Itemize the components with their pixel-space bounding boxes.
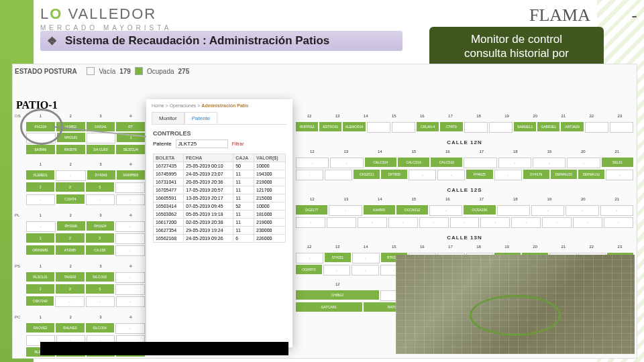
slot-chip[interactable]: - — [26, 194, 55, 205]
slot-chip[interactable]: - — [533, 158, 566, 168]
slot-chip[interactable]: CA.158 — [86, 245, 114, 255]
table-row[interactable]: 1656216824-05-2019 09:266226000 — [154, 235, 286, 243]
slot-chip[interactable] — [26, 133, 56, 143]
slot-chip[interactable]: DY4176 — [523, 170, 549, 179]
slot-chip[interactable]: CALCS16 — [431, 158, 462, 167]
slot-chip[interactable]: - — [358, 217, 387, 228]
table-row[interactable]: 1673104120-05-2019 20:3611219000 — [154, 178, 286, 186]
filter-button[interactable]: Filtrar — [232, 141, 244, 146]
table-row[interactable]: 1674599524-05-2019 23:0711194300 — [154, 170, 286, 178]
slot-chip[interactable]: EK8996 — [26, 145, 55, 154]
slot-chip[interactable]: - — [531, 205, 564, 216]
table-row[interactable]: 1662735429-05-2019 19:2411230000 — [154, 227, 286, 235]
slot-chip[interactable]: - — [600, 205, 633, 216]
slot-chip[interactable]: FH4625 — [466, 170, 492, 179]
slot-chip[interactable]: - — [494, 170, 522, 180]
slot-chip[interactable]: DY4343 — [87, 170, 115, 180]
slot-chip[interactable]: WH2191 — [57, 133, 85, 142]
slot-chip[interactable]: OCCAS12 — [396, 205, 428, 215]
slot-chip[interactable]: SAMUEL1 — [514, 122, 536, 131]
slot-chip[interactable]: ST4151 — [325, 253, 351, 262]
slot-chip[interactable]: - — [437, 170, 465, 180]
slot-chip[interactable] — [367, 122, 390, 133]
table-row[interactable]: 1650341407-05-2019 09:455210000 — [154, 202, 286, 210]
slot-chip[interactable]: 1 — [26, 233, 54, 243]
slot-chip[interactable]: ALEMOR14 — [343, 122, 365, 131]
slot-chip[interactable] — [115, 233, 145, 244]
slot-chip[interactable]: - — [329, 205, 362, 216]
slot-chip[interactable]: - — [115, 245, 145, 256]
slot-chip[interactable]: - — [296, 158, 329, 168]
slot-chip[interactable]: SEL21 — [602, 158, 633, 167]
slot-chip[interactable]: - — [566, 205, 598, 216]
slot-chip[interactable]: TAVE02 — [56, 272, 84, 282]
slot-chip[interactable]: CJ3474 — [56, 194, 84, 204]
slot-chip[interactable]: CH8612 — [296, 290, 379, 300]
slot-chip[interactable]: - — [388, 217, 418, 228]
slot-chip[interactable]: SEJZCU4 — [116, 145, 145, 154]
slot-chip[interactable]: MANP805 — [117, 170, 145, 180]
table-row[interactable]: 1672743525-05-2019 00:105010000 — [154, 162, 286, 170]
slot-chip[interactable]: DP7839 — [381, 170, 407, 179]
slot-chip[interactable] — [497, 205, 530, 216]
slot-chip[interactable]: 3 — [86, 182, 114, 192]
slot-chip[interactable]: - — [409, 170, 436, 180]
slot-chip[interactable]: - — [330, 158, 363, 168]
table-row[interactable]: 1660559113-05-2019 20:1711215000 — [154, 194, 286, 202]
slot-chip[interactable]: RN3076 — [56, 145, 85, 154]
slot-chip[interactable]: XLE8E01 — [26, 170, 54, 180]
slot-chip[interactable]: SILCO04 — [86, 323, 114, 333]
slot-chip[interactable]: - — [573, 217, 602, 228]
slot-chip[interactable]: OCSA23K — [464, 205, 495, 215]
slot-chip[interactable]: RAOVE2 — [26, 323, 54, 333]
slot-chip[interactable] — [327, 217, 356, 228]
table-row[interactable]: 1650306205-05-2019 19:1811181000 — [154, 210, 286, 219]
slot-chip[interactable]: CKSZ011 — [354, 170, 380, 179]
slot-chip[interactable]: OSK7240 — [26, 296, 54, 306]
slot-chip[interactable]: - — [352, 265, 379, 276]
slot-chip[interactable]: - — [56, 170, 85, 181]
slot-chip[interactable] — [325, 170, 352, 180]
slot-chip[interactable]: - — [86, 296, 115, 307]
slot-chip[interactable]: SILCO03 — [86, 272, 114, 282]
slot-chip[interactable]: - — [511, 217, 541, 228]
slot-chip[interactable] — [585, 122, 608, 133]
slot-chip[interactable]: ARTJA29 — [561, 122, 583, 131]
slot-chip[interactable] — [392, 122, 415, 133]
slot-chip[interactable]: - — [352, 253, 380, 263]
slot-chip[interactable]: RNFP912 — [296, 122, 318, 131]
slot-chip[interactable]: - — [115, 221, 145, 232]
slot-chip[interactable]: - — [296, 217, 325, 228]
slot-chip[interactable]: DG2177 — [296, 205, 327, 215]
slot-chip[interactable]: GABRJEL — [537, 122, 559, 131]
slot-chip[interactable]: - — [450, 217, 480, 228]
slot-chip[interactable]: KA4505 — [364, 205, 395, 215]
patente-input[interactable] — [176, 139, 228, 148]
slot-chip[interactable]: - — [480, 217, 510, 228]
slot-chip[interactable]: - — [419, 217, 449, 228]
slot-chip[interactable]: RH1624 — [87, 221, 115, 231]
slot-chip[interactable]: AT2085 — [56, 245, 84, 255]
slot-chip[interactable]: OGKR73 — [296, 265, 322, 274]
table-row[interactable]: 1670547717-05-2019 20:5711121700 — [154, 186, 286, 194]
slot-chip[interactable]: - — [26, 221, 56, 232]
tab-monitor[interactable]: Monitor — [152, 112, 184, 124]
slot-chip[interactable]: - — [115, 323, 145, 334]
slot-chip[interactable]: - — [86, 194, 115, 205]
slot-chip[interactable]: CALCS14 — [365, 158, 396, 167]
slot-chip[interactable]: - — [55, 296, 84, 307]
slot-chip[interactable]: PX1234 — [26, 122, 55, 131]
table-row[interactable]: 1661720002-05-2019 20:3811219000 — [154, 219, 286, 227]
slot-chip[interactable] — [115, 182, 145, 193]
slot-chip[interactable]: RT — [116, 122, 145, 131]
slot-chip[interactable]: 3 — [86, 233, 114, 243]
slot-chip[interactable]: 3 — [86, 284, 114, 294]
slot-chip[interactable]: 2 — [56, 284, 84, 294]
slot-chip[interactable]: - — [567, 158, 600, 168]
slot-chip[interactable]: OR0GM81 — [26, 245, 54, 255]
slot-chip[interactable]: 2 — [56, 182, 84, 192]
slot-chip[interactable] — [464, 122, 488, 133]
slot-chip[interactable]: - — [604, 217, 633, 228]
slot-chip[interactable]: CTRT6 — [440, 122, 462, 131]
slot-chip[interactable] — [87, 133, 116, 143]
